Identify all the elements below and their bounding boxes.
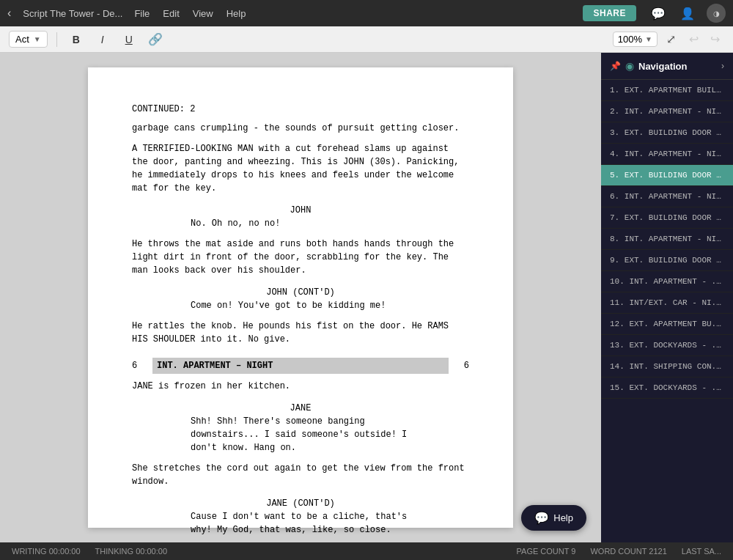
chevron-down-icon: ▼	[34, 35, 41, 43]
italic-button[interactable]: I	[92, 30, 113, 49]
nav-item-10[interactable]: 10. INT. APARTMENT - ...	[601, 271, 733, 292]
help-label: Help	[553, 512, 573, 523]
compass-icon: ◉	[625, 60, 634, 72]
nav-item-7[interactable]: 7. EXT. BUILDING DOOR ...	[601, 207, 733, 229]
dialogue-jane-1: Shh! Shh! There's someone banging downst…	[191, 415, 410, 454]
character-john-1: JOHN	[132, 204, 469, 217]
nav-item-9[interactable]: 9. EXT. BUILDING DOOR ...	[601, 250, 733, 271]
comments-icon[interactable]: 💬	[651, 7, 666, 21]
help-button[interactable]: 💬 Help	[521, 505, 586, 531]
main-area: CONTINUED: 2 garbage cans crumpling - th…	[0, 53, 733, 542]
help-icon: 💬	[534, 511, 549, 525]
undo-button[interactable]: ↩	[685, 31, 703, 48]
dialogue-john-1: No. Oh no, no no!	[191, 217, 410, 230]
writing-status: WRITING 00:00:00	[12, 547, 81, 556]
nav-item-2[interactable]: 2. INT. APARTMENT - NI...	[601, 101, 733, 122]
nav-panel-left: 📌 ◉ Navigation	[610, 60, 687, 72]
back-button[interactable]: ‹	[7, 7, 11, 20]
action-3: He throws the mat aside and runs both ha…	[132, 237, 469, 277]
action-1: garbage cans crumpling - the sounds of p…	[132, 122, 469, 135]
nav-close-icon[interactable]: ›	[721, 61, 724, 71]
nav-item-12[interactable]: 12. EXT. APARTMENT BU...	[601, 314, 733, 335]
navigation-panel: 📌 ◉ Navigation › 1. EXT. APARTMENT BUIL.…	[601, 53, 733, 542]
bold-button[interactable]: B	[66, 30, 86, 49]
zoom-chevron-icon: ▼	[645, 35, 652, 43]
expand-button[interactable]: ⤢	[663, 31, 679, 48]
link-button[interactable]: 🔗	[145, 30, 166, 49]
thinking-status: THINKING 00:00:00	[95, 547, 167, 556]
scene-heading-row-6: 6 INT. APARTMENT – NIGHT 6	[132, 358, 469, 374]
nav-item-15[interactable]: 15. EXT. DOCKYARDS - ...	[601, 377, 733, 399]
nav-item-1[interactable]: 1. EXT. APARTMENT BUIL...	[601, 80, 733, 101]
nav-item-5[interactable]: 5. EXT. BUILDING DOOR ...	[601, 165, 733, 186]
nav-item-13[interactable]: 13. EXT. DOCKYARDS - ...	[601, 335, 733, 356]
status-bar: WRITING 00:00:00 THINKING 00:00:00 PAGE …	[0, 542, 733, 560]
zoom-control[interactable]: 100% ▼	[613, 32, 658, 47]
scene-number-right-6: 6	[454, 359, 469, 372]
dialogue-john-contd-1: Come on! You've got to be kidding me!	[191, 299, 410, 312]
menu-file[interactable]: File	[134, 8, 150, 19]
pin-icon[interactable]: 📌	[610, 61, 621, 71]
action-2: A TERRIFIED-LOOKING MAN with a cut foreh…	[132, 142, 469, 195]
action-5: JANE is frozen in her kitchen.	[132, 380, 469, 393]
continued-label: CONTINUED: 2	[132, 103, 469, 116]
nav-item-11[interactable]: 11. INT/EXT. CAR - NI...	[601, 292, 733, 314]
svg-text:◑: ◑	[713, 10, 720, 18]
users-icon[interactable]: 👤	[680, 7, 695, 21]
character-jane-contd-1: JANE (CONT'D)	[132, 497, 469, 510]
nav-title: Navigation	[638, 61, 687, 72]
nav-item-8[interactable]: 8. INT. APARTMENT - NI...	[601, 229, 733, 250]
page-count-status: PAGE COUNT 9	[517, 547, 576, 556]
character-jane-1: JANE	[132, 402, 469, 415]
app-title: Script The Tower - De...	[23, 8, 122, 19]
undo-redo-group: ↩ ↪	[685, 31, 724, 48]
script-page: CONTINUED: 2 garbage cans crumpling - th…	[88, 67, 513, 528]
nav-item-14[interactable]: 14. INT. SHIPPING CON...	[601, 356, 733, 377]
nav-item-6[interactable]: 6. INT. APARTMENT - NI...	[601, 186, 733, 207]
character-john-contd-1: JOHN (CONT'D)	[132, 286, 469, 299]
nav-list: 1. EXT. APARTMENT BUIL...2. INT. APARTME…	[601, 80, 733, 542]
script-area: CONTINUED: 2 garbage cans crumpling - th…	[0, 53, 601, 542]
share-button[interactable]: SHARE	[583, 5, 636, 21]
scene-heading-6: INT. APARTMENT – NIGHT	[152, 358, 449, 374]
menu-edit[interactable]: Edit	[163, 8, 179, 19]
menu-help[interactable]: Help	[226, 8, 246, 19]
scene-number-left-6: 6	[132, 359, 147, 372]
divider-1	[56, 32, 57, 47]
underline-button[interactable]: U	[119, 30, 139, 49]
avatar[interactable]: ◑	[707, 4, 726, 23]
toolbar: Act ▼ B I U 🔗 100% ▼ ⤢ ↩ ↪	[0, 26, 733, 53]
menu-bar: File Edit View Help	[134, 8, 246, 19]
dialogue-jane-contd-1: Cause I don't want to be a cliche, that'…	[191, 510, 410, 537]
action-4: He rattles the knob. He pounds his fist …	[132, 320, 469, 346]
nav-item-3[interactable]: 3. EXT. BUILDING DOOR ...	[601, 122, 733, 144]
menu-view[interactable]: View	[193, 8, 213, 19]
format-select[interactable]: Act ▼	[9, 31, 48, 48]
nav-panel-header: 📌 ◉ Navigation ›	[601, 53, 733, 80]
word-count-status: WORD COUNT 2121	[590, 547, 666, 556]
top-bar: ‹ Script The Tower - De... File Edit Vie…	[0, 0, 733, 26]
last-save-status: LAST SA...	[682, 547, 721, 556]
action-6: She stretches the cord out again to get …	[132, 462, 469, 488]
redo-button[interactable]: ↪	[706, 31, 724, 48]
nav-item-4[interactable]: 4. INT. APARTMENT - NI...	[601, 144, 733, 165]
